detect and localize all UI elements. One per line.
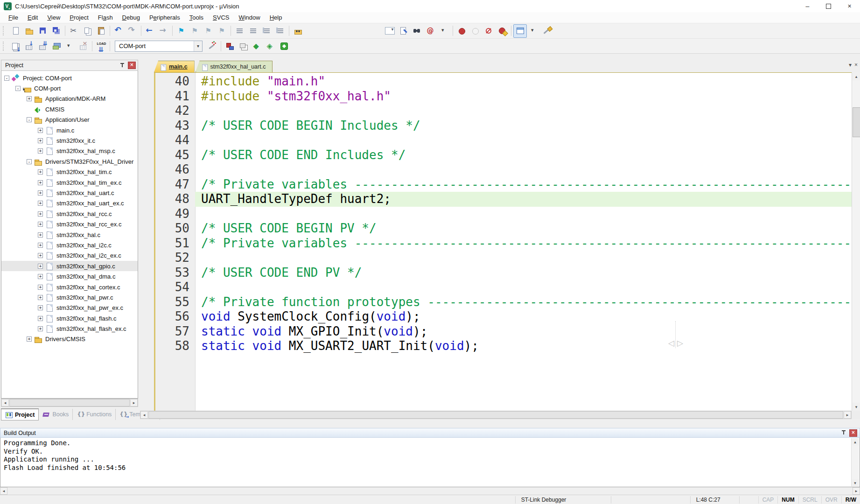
save-button[interactable] <box>36 24 49 38</box>
build-output-vscrollbar[interactable]: ▴ ▾ <box>851 438 859 486</box>
bookmark-clear-all-button[interactable] <box>215 24 229 38</box>
expander-plus-icon[interactable]: + <box>38 169 43 175</box>
pack-installer-button[interactable] <box>250 39 264 53</box>
scroll-right-icon[interactable]: ▸ <box>130 399 138 406</box>
copy-button[interactable] <box>81 24 94 38</box>
tree-item-stm32f0xx-hal-flash-ex-c[interactable]: +stm32f0xx_hal_flash_ex.c <box>1 323 138 334</box>
bookmark-next-button[interactable] <box>202 24 215 38</box>
expander-plus-icon[interactable]: + <box>38 295 43 300</box>
tree-item-stm32f0xx-hal-uart-ex-c[interactable]: +stm32f0xx_hal_uart_ex.c <box>1 198 138 209</box>
tree-item-com-port[interactable]: -COM-port <box>1 83 138 93</box>
expander-plus-icon[interactable]: + <box>38 253 43 258</box>
menu-edit[interactable]: Edit <box>23 13 42 22</box>
menu-flash[interactable]: Flash <box>93 13 118 22</box>
build-output-close-button[interactable]: × <box>849 429 857 437</box>
tree-item-stm32f0xx-hal-dma-c[interactable]: +stm32f0xx_hal_dma.c <box>1 271 138 281</box>
tree-item-stm32f0xx-hal-pwr-c[interactable]: +stm32f0xx_hal_pwr.c <box>1 292 138 302</box>
tree-item-application-mdk-arm[interactable]: +Application/MDK-ARM <box>1 94 138 104</box>
batch-build-button[interactable] <box>49 39 63 53</box>
breakpoint-toggle-button[interactable] <box>455 24 468 38</box>
target-select-dropdown-icon[interactable]: ▾ <box>194 41 202 51</box>
editor-split-handle[interactable]: ◁ ▷ <box>666 320 685 348</box>
scroll-down-icon[interactable]: ▾ <box>852 479 859 486</box>
tree-item-stm32f0xx-hal-rcc-c[interactable]: +stm32f0xx_hal_rcc.c <box>1 209 138 219</box>
tree-item-stm32f0xx-hal-tim-ex-c[interactable]: +stm32f0xx_hal_tim_ex.c <box>1 177 138 188</box>
expander-plus-icon[interactable]: + <box>38 243 43 248</box>
scroll-right-icon[interactable]: ▸ <box>844 411 851 419</box>
toolbar-grip[interactable] <box>3 26 6 35</box>
scroll-left-icon[interactable]: ◂ <box>1 399 9 406</box>
workspace-tab-functions[interactable]: Functions <box>73 409 116 420</box>
open-file-button[interactable] <box>22 24 36 38</box>
expander-plus-icon[interactable]: + <box>38 148 43 154</box>
dropdown-caret-button[interactable] <box>437 24 451 38</box>
pin-icon[interactable] <box>841 430 846 436</box>
find-at-button[interactable] <box>424 24 437 38</box>
breakpoint-kill-all-button[interactable] <box>496 24 509 38</box>
scroll-up-icon[interactable]: ▴ <box>852 438 859 445</box>
scroll-right-icon[interactable]: ▸ <box>853 487 860 495</box>
workspace-tab-books[interactable]: Books <box>39 409 73 420</box>
tree-item-stm32f0xx-hal-pwr-ex-c[interactable]: +stm32f0xx_hal_pwr_ex.c <box>1 303 138 313</box>
stop-build-button[interactable] <box>77 39 90 53</box>
expander-plus-icon[interactable]: + <box>38 201 43 206</box>
paste-button[interactable] <box>94 24 108 38</box>
close-button[interactable]: × <box>839 0 860 12</box>
tree-item-project-com-port[interactable]: -Project: COM-port <box>1 73 138 83</box>
expander-plus-icon[interactable]: + <box>27 336 32 342</box>
menu-debug[interactable]: Debug <box>118 13 145 22</box>
menu-svcs[interactable]: SVCS <box>208 13 234 22</box>
expander-plus-icon[interactable]: + <box>38 285 43 290</box>
options-for-target-button[interactable] <box>205 39 219 53</box>
tree-item-stm32f0xx-hal-gpio-c[interactable]: +stm32f0xx_hal_gpio.c <box>1 261 138 271</box>
expander-plus-icon[interactable]: + <box>38 138 43 143</box>
navigate-back-button[interactable] <box>143 24 157 38</box>
editor-vscrollbar[interactable]: ▴ ▾ <box>852 72 860 411</box>
target-select[interactable]: COM-port ▾ <box>115 41 203 52</box>
menu-help[interactable]: Help <box>265 13 287 22</box>
menu-window[interactable]: Window <box>234 13 265 22</box>
multi-project-workspace-button[interactable] <box>237 39 250 53</box>
expander-minus-icon[interactable]: - <box>4 76 9 81</box>
expander-plus-icon[interactable]: + <box>38 305 43 310</box>
navigate-forward-button[interactable] <box>157 24 170 38</box>
debug-windows-button[interactable] <box>513 24 527 38</box>
update-software-packs-button[interactable] <box>264 39 277 53</box>
configure-tools-button[interactable] <box>540 24 554 38</box>
tree-item-stm32f0xx-hal-msp-c[interactable]: +stm32f0xx_hal_msp.c <box>1 146 138 156</box>
tree-item-stm32f0xx-hal-rcc-ex-c[interactable]: +stm32f0xx_hal_rcc_ex.c <box>1 219 138 229</box>
expander-minus-icon[interactable]: - <box>27 159 32 164</box>
cut-button[interactable] <box>67 24 81 38</box>
expander-minus-icon[interactable]: - <box>15 86 21 91</box>
workspace-tab-project[interactable]: Project <box>1 408 39 420</box>
dropdown-caret-button[interactable] <box>63 39 77 53</box>
expander-plus-icon[interactable]: + <box>38 316 43 321</box>
breakpoint-enable-disable-button[interactable] <box>468 24 482 38</box>
download-button[interactable] <box>94 39 108 53</box>
find-in-files-button[interactable] <box>291 24 305 38</box>
flash-download-configure-button[interactable] <box>277 39 291 53</box>
menu-file[interactable]: File <box>4 13 23 22</box>
editor-hscrollbar[interactable]: ◂ ▸ <box>140 411 852 419</box>
menu-tools[interactable]: Tools <box>185 13 208 22</box>
expander-plus-icon[interactable]: + <box>38 232 43 238</box>
tree-item-stm32f0xx-hal-flash-c[interactable]: +stm32f0xx_hal_flash.c <box>1 313 138 323</box>
expander-plus-icon[interactable]: + <box>38 222 43 227</box>
expander-plus-icon[interactable]: + <box>38 190 43 196</box>
search-document-button[interactable] <box>397 24 410 38</box>
expander-plus-icon[interactable]: + <box>38 211 43 217</box>
expander-plus-icon[interactable]: + <box>38 128 43 133</box>
minimize-button[interactable]: – <box>797 0 818 12</box>
scroll-thumb[interactable] <box>853 107 860 137</box>
scroll-left-icon[interactable]: ◂ <box>0 487 7 495</box>
tab-list-dropdown-icon[interactable]: ▾ <box>849 62 852 68</box>
code-editor[interactable]: 40#include "main.h"41#include "stm32f0xx… <box>154 72 852 411</box>
project-tree-hscrollbar[interactable]: ◂ ▸ <box>1 399 138 407</box>
tree-item-stm32f0xx-hal-cortex-c[interactable]: +stm32f0xx_hal_cortex.c <box>1 282 138 292</box>
bookmark-prev-button[interactable] <box>188 24 202 38</box>
tab-close-icon[interactable]: × <box>854 62 858 68</box>
redo-button[interactable] <box>126 24 139 38</box>
expander-minus-icon[interactable]: - <box>27 117 32 122</box>
translate-button[interactable] <box>9 39 22 53</box>
find-button[interactable] <box>410 24 424 38</box>
